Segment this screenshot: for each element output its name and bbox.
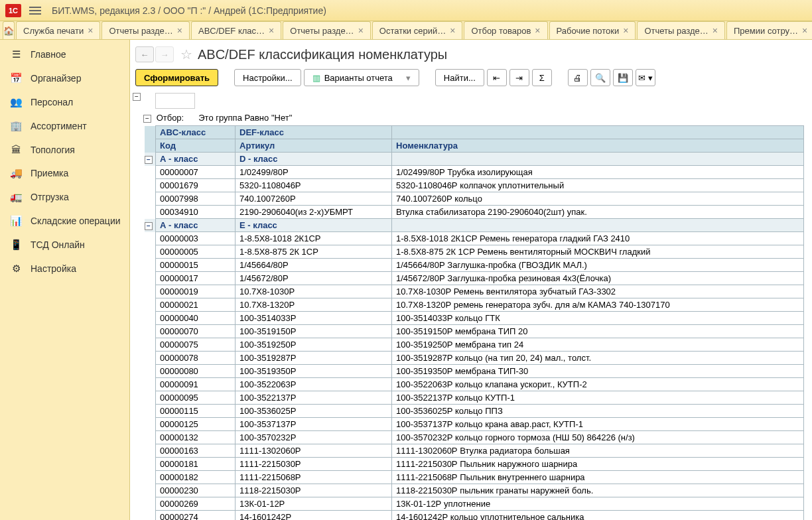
close-icon[interactable]: × bbox=[450, 25, 455, 36]
hamburger-icon[interactable] bbox=[29, 5, 41, 17]
group-row: −А - классD - класс bbox=[145, 153, 804, 166]
report-variants-label: Варианты отчета bbox=[324, 73, 393, 83]
sum-icon[interactable]: Σ bbox=[532, 69, 552, 86]
format-button[interactable]: Сформировать bbox=[135, 69, 218, 86]
tab-label: Остатки серий… bbox=[379, 26, 446, 36]
tab[interactable]: Служба печати× bbox=[16, 21, 100, 39]
close-icon[interactable]: × bbox=[177, 25, 182, 36]
close-icon[interactable]: × bbox=[802, 25, 807, 36]
collapse-left-icon[interactable]: ⇤ bbox=[487, 69, 507, 86]
filter-value: Это группа Равно "Нет" bbox=[198, 113, 292, 123]
home-tab[interactable]: 🏠 bbox=[3, 21, 15, 39]
tab[interactable]: Отчеты разде…× bbox=[102, 21, 190, 39]
sidebar-item[interactable]: ⚙Настройка bbox=[0, 257, 129, 281]
tab[interactable]: Отчеты разде…× bbox=[283, 21, 371, 39]
tree-collapse-icon[interactable]: − bbox=[143, 115, 151, 123]
tree-collapse-icon[interactable]: − bbox=[145, 222, 153, 230]
tree-collapse-icon[interactable]: − bbox=[145, 156, 153, 164]
table-row: 00000040100-3514033Р100-3514033Р кольцо … bbox=[145, 312, 804, 325]
sidebar-item[interactable]: 🏢Ассортимент bbox=[0, 114, 129, 138]
sidebar: ☰Главное📅Органайзер👥Персонал🏢Ассортимент… bbox=[0, 40, 130, 520]
table-row: 000001821111-2215068Р1111-2215068Р Пыльн… bbox=[145, 471, 804, 484]
sidebar-item[interactable]: 🚛Отгрузка bbox=[0, 185, 129, 209]
tabs-bar: 🏠 Служба печати×Отчеты разде…×ABC/DEF кл… bbox=[0, 21, 812, 40]
save-icon[interactable]: 💾 bbox=[613, 69, 633, 86]
tab[interactable]: Остатки серий…× bbox=[372, 21, 463, 39]
table-row: 000000051-8.5Х8-875 2К 1СР1-8.5Х8-875 2К… bbox=[145, 245, 804, 259]
close-icon[interactable]: × bbox=[269, 25, 274, 36]
close-icon[interactable]: × bbox=[535, 25, 540, 36]
sidebar-item[interactable]: 📱ТСД Онлайн bbox=[0, 233, 129, 257]
cell bbox=[392, 153, 804, 166]
close-icon[interactable]: × bbox=[358, 25, 364, 36]
group-row: −А - классE - класс bbox=[145, 219, 804, 232]
back-button[interactable]: ← bbox=[135, 46, 154, 62]
cell: 00000274 bbox=[156, 511, 236, 521]
cell: 00000115 bbox=[156, 405, 236, 418]
sidebar-item-label: Отгрузка bbox=[31, 192, 69, 202]
sidebar-item[interactable]: ☰Главное bbox=[0, 42, 129, 66]
report-table: ABC-классDEF-классКодАртикулНоменклатура… bbox=[145, 125, 804, 520]
close-icon[interactable]: × bbox=[712, 25, 718, 36]
cell: 100-3514033Р кольцо ГТК bbox=[392, 312, 804, 325]
sidebar-item[interactable]: 📊Складские операции bbox=[0, 209, 129, 233]
table-row: 00000091100-3522063Р100-3522063Р кольцо … bbox=[145, 378, 804, 391]
cell: 00000005 bbox=[156, 245, 236, 259]
cell: 00007998 bbox=[156, 192, 236, 206]
tab[interactable]: Отчеты разде…× bbox=[637, 21, 725, 39]
cell: 00000017 bbox=[156, 272, 236, 285]
cell: DEF-класс bbox=[236, 126, 392, 139]
cell: 00000163 bbox=[156, 444, 236, 458]
cell: 1-8.5Х8-875 2К 1СР bbox=[236, 245, 392, 259]
forward-button[interactable]: → bbox=[155, 46, 174, 62]
cell: 740.1007260Р bbox=[236, 192, 392, 206]
sidebar-item[interactable]: 👥Персонал bbox=[0, 90, 129, 114]
table-row: 000002301118-2215030Р1118-2215030Р пыльн… bbox=[145, 484, 804, 497]
tree-collapse-icon[interactable]: − bbox=[133, 93, 141, 101]
table-row: 0000002110.7Х8-1320Р10.7Х8-1320Р ремень … bbox=[145, 298, 804, 312]
cell: 00001679 bbox=[156, 179, 236, 192]
tab[interactable]: ABC/DEF клас…× bbox=[191, 21, 281, 39]
settings-button[interactable]: Настройки... bbox=[234, 69, 301, 86]
tab[interactable]: Отбор товаров× bbox=[464, 21, 547, 39]
close-icon[interactable]: × bbox=[623, 25, 628, 36]
tab[interactable]: Рабочие потоки× bbox=[549, 21, 636, 39]
tab-label: ABC/DEF клас… bbox=[198, 26, 265, 36]
table-row: 00000070100-3519150Р100-3519150Р мембран… bbox=[145, 325, 804, 338]
close-icon[interactable]: × bbox=[88, 25, 93, 36]
cell: 00000007 bbox=[156, 166, 236, 179]
table-row: 000000151/45664/80Р1/45664/80Р Заглушка-… bbox=[145, 259, 804, 272]
cell: 100-3522063Р кольцо клапана ускорит., КУ… bbox=[392, 378, 804, 391]
cell: 1-8.5Х8-1018 2К1СР bbox=[236, 232, 392, 245]
report-variants-button[interactable]: ▥ Варианты отчета ▾ bbox=[304, 69, 419, 86]
cell: 00000230 bbox=[156, 484, 236, 497]
cell: 5320-1108046Р bbox=[236, 179, 392, 192]
table-row: 00000132100-3570232Р100-3570232Р кольцо … bbox=[145, 431, 804, 444]
preview-icon[interactable]: 🔍 bbox=[590, 69, 610, 86]
sidebar-item[interactable]: 🏛Топология bbox=[0, 138, 129, 161]
cell: 1-8.5Х8-875 2К 1СР Ремень вентиляторный … bbox=[392, 245, 804, 259]
table-row: 000000031-8.5Х8-1018 2К1СР1-8.5Х8-1018 2… bbox=[145, 232, 804, 245]
toolbar: Сформировать Настройки... ▥ Варианты отч… bbox=[130, 66, 812, 93]
cell: 100-3514033Р bbox=[236, 312, 392, 325]
table-row: 0000026913К-01-12Р13К-01-12Р уплотнение bbox=[145, 497, 804, 511]
collapse-right-icon[interactable]: ⇥ bbox=[509, 69, 529, 86]
tab[interactable]: Премии сотру…× bbox=[726, 21, 812, 39]
find-button[interactable]: Найти... bbox=[435, 69, 484, 86]
filter-box bbox=[155, 93, 195, 109]
cell: 100-3519250Р мембрана тип 24 bbox=[392, 338, 804, 352]
tab-label: Рабочие потоки bbox=[557, 26, 620, 36]
table-row: 000000171/45672/80Р1/45672/80Р Заглушка-… bbox=[145, 272, 804, 285]
table-row: 000000071/02499/80Р1/02499/80Р Трубка из… bbox=[145, 166, 804, 179]
table-row: 00000075100-3519250Р100-3519250Р мембран… bbox=[145, 338, 804, 352]
print-icon[interactable]: 🖨 bbox=[568, 69, 588, 86]
title-bar: 1C БИТ.WMS, редакция 2.3 / ООО "П :" / А… bbox=[0, 0, 812, 21]
sidebar-item[interactable]: 🚚Приемка bbox=[0, 161, 129, 185]
cell: 2190-2906040(из 2-х)УБМРТ bbox=[236, 206, 392, 219]
sidebar-item[interactable]: 📅Органайзер bbox=[0, 66, 129, 90]
sidebar-icon: 🏢 bbox=[8, 120, 24, 132]
tab-label: Служба печати bbox=[23, 26, 84, 36]
mail-icon[interactable]: ✉ ▾ bbox=[636, 69, 655, 86]
favorite-icon[interactable]: ☆ bbox=[180, 46, 192, 62]
table-row: 0000027414-1601242Р14-1601242Р кольцо уп… bbox=[145, 511, 804, 521]
